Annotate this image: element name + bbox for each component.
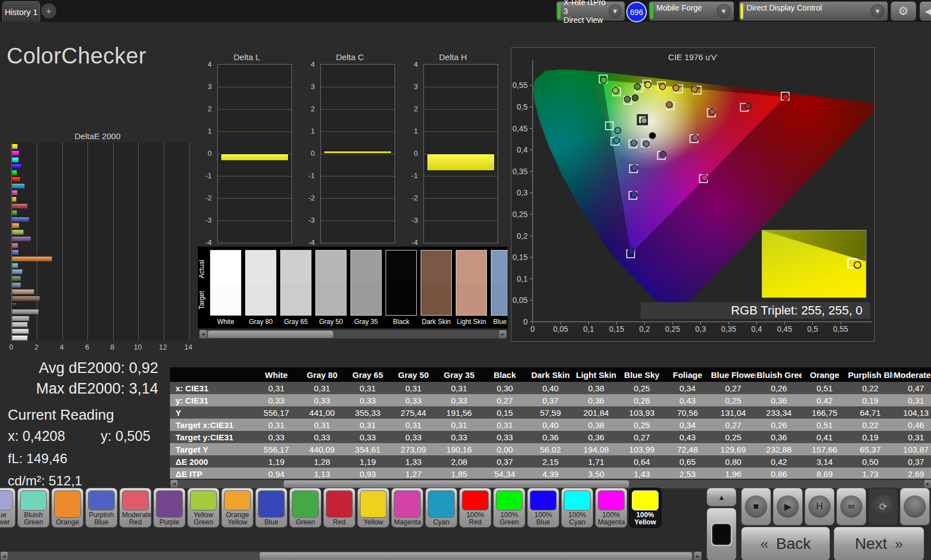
infinity-icon: ∞ [840,495,862,518]
meter-count-badge[interactable]: 696 [626,2,647,22]
table-corner-cell [170,367,254,382]
table-cell: 0,27 [619,431,665,443]
loop-button[interactable]: ⟳ [868,488,898,525]
table-scrollbar-thumb[interactable] [284,480,629,488]
column-header: Blue Sky [619,367,665,382]
patch-gray-35[interactable]: Gray 35 [350,250,382,326]
table-cell: 0,25 [710,431,756,443]
gridline [218,220,291,221]
patch-blue-sky[interactable]: Blue Sky [491,250,508,326]
patch-button-orange-yellow[interactable]: Orange Yellow [221,488,254,528]
patch-color-swatch [122,490,149,510]
table-cell: 0,31 [436,382,482,394]
patch-button-bluish-green[interactable]: Bluish Green [17,488,50,528]
tab-history-1[interactable]: History 1 [2,1,40,22]
scroll-right-icon[interactable]: ► [499,330,506,338]
pattern-up-button[interactable]: ▲ [706,488,737,507]
y-tick-label: 3 [201,82,212,91]
patch-gray-65[interactable]: Gray 65 [280,250,311,326]
patch-dark-skin[interactable]: Dark Skin [421,250,452,326]
patch-gray-80[interactable]: Gray 80 [245,250,276,326]
row-label: ΔE 2000 [170,455,254,468]
patch-button-label: Purplish Blue [88,512,115,526]
patch-button-100-blue[interactable]: 100% Blue [527,488,559,528]
pattern-window-button[interactable] [706,508,737,560]
patch-button-100-magenta[interactable]: 100% Magenta [595,488,627,528]
patch-button-magenta[interactable]: Magenta [391,488,423,528]
tab-label: History 1 [4,7,37,17]
deltae-bar-100-red [12,176,21,182]
table-cell: 0,65 [665,455,710,468]
summary-panel: Avg dE2000: 0,92 Max dE2000: 3,14 Curren… [0,356,178,489]
settings-button[interactable]: ⚙ [890,1,917,21]
marker-button[interactable]: H [805,488,835,525]
play-button[interactable]: ▶ [773,488,803,525]
patch-button-yellow[interactable]: Yellow [357,488,389,528]
strip-scrollbar[interactable]: ◄ ► [199,330,507,339]
back-button[interactable]: « Back [741,527,830,560]
patch-row-scrollbar[interactable]: ◄ ► [0,551,702,560]
workflow-dropdown[interactable]: Direct Display Control ▼ [739,1,888,21]
patch-button-orange[interactable]: Orange [51,488,84,528]
patch-gray-50[interactable]: Gray 50 [315,250,347,326]
deltae-bar-100-yellow [12,144,18,149]
patch-button-100-green[interactable]: 100% Green [493,488,525,528]
column-header: Bluish Green [756,367,802,382]
patch-row-scrollbar-thumb[interactable] [260,552,692,560]
table-cell: 4,39 [528,468,573,479]
patch-button-100-red[interactable]: 100% Red [459,488,491,528]
patch-button-purple[interactable]: Purple [153,488,186,528]
record-button[interactable] [900,488,930,525]
patch-button-blue[interactable]: Blue [255,488,287,528]
next-button[interactable]: Next » [833,527,924,560]
target-swatch [351,283,381,315]
patch-swatch [386,250,417,316]
patch-button-purplish-blue[interactable]: Purplish Blue [85,488,118,528]
table-cell: 1,73 [847,468,893,479]
scroll-right-icon[interactable]: ► [694,552,701,560]
collapse-panel-button[interactable]: ◀ [919,1,931,21]
scroll-left-icon[interactable]: ◄ [170,480,178,488]
scroll-left-icon[interactable]: ◄ [199,330,207,338]
gridline [424,131,498,132]
continuous-button[interactable]: ∞ [836,488,866,525]
patch-name: White [210,318,241,326]
meter-dropdown[interactable]: X-Rite i1Pro 3Direct View ▼ [556,1,625,21]
patch-color-swatch [598,490,625,510]
table-cell: 0,46 [893,419,931,431]
table-cell: 1,96 [710,468,756,479]
scroll-left-icon[interactable]: ◄ [1,552,8,560]
gridline [321,131,394,132]
table-cell: 0,43 [665,431,710,443]
patch-button-100-yellow[interactable]: 100% Yellow [629,488,661,528]
patch-button-moderate-red[interactable]: Moderate Red [119,488,152,528]
patch-button-yellow-green[interactable]: Yellow Green [187,488,220,528]
patch-button-cyan[interactable]: Cyan [425,488,457,528]
patch-button-100-cyan[interactable]: 100% Cyan [561,488,593,528]
patch-button-label: Blue Flower [0,512,13,526]
target-swatch [316,283,346,315]
patch-name: Dark Skin [421,318,452,326]
patch-swatch [456,250,487,316]
patch-light-skin[interactable]: Light Skin [456,250,487,326]
patch-button-blue-flower[interactable]: Blue Flower [0,488,16,528]
y-tick-label: -4 [304,238,315,247]
patch-button-red[interactable]: Red [323,488,355,528]
patch-button-label: 100% Green [496,512,523,526]
stop-button[interactable]: ■ [741,488,771,525]
table-row: y: CIE310,330,330,330,330,330,270,370,36… [170,394,931,406]
patch-white[interactable]: White [210,250,241,326]
source-dropdown[interactable]: Mobile Forge ▼ [649,1,734,21]
patch-button-green[interactable]: Green [289,488,321,528]
strip-scrollbar-thumb[interactable] [208,331,333,338]
table-cell: 0,38 [573,382,619,394]
delta-h-plot [423,64,498,243]
table-cell: 0,25 [619,382,665,394]
table-row: Y556,17441,00355,33275,44191,560,1557,59… [170,406,931,419]
table-cell: 103,87 [893,443,931,455]
add-tab-button[interactable]: + [41,3,56,18]
scroll-right-icon[interactable]: ► [924,480,931,488]
back-chevron-icon: « [761,536,768,553]
deltae-bar-black [12,302,17,308]
patch-black[interactable]: Black [386,250,417,326]
